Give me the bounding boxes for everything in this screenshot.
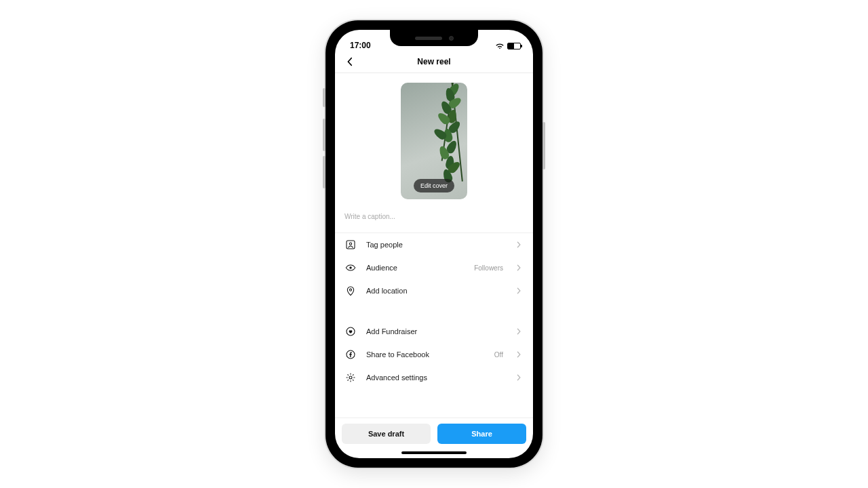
phone-frame: 17:00 New reel — [326, 20, 542, 468]
speaker-grille — [415, 37, 442, 40]
content-area: Edit cover Write a caption... Tag people — [335, 73, 533, 418]
row-share-to-facebook[interactable]: Share to Facebook Off — [335, 343, 533, 366]
heart-circle-icon — [344, 325, 357, 338]
row-label: Share to Facebook — [366, 350, 485, 359]
chevron-left-icon — [345, 57, 355, 66]
location-pin-icon — [344, 285, 357, 297]
row-label: Tag people — [366, 241, 506, 249]
chevron-right-icon — [515, 264, 524, 271]
person-tag-icon — [344, 239, 357, 251]
row-add-fundraiser[interactable]: Add Fundraiser — [335, 320, 533, 343]
svg-point-1 — [349, 243, 351, 245]
row-tag-people[interactable]: Tag people — [335, 233, 533, 256]
notch — [390, 30, 478, 46]
back-button[interactable] — [342, 54, 358, 70]
eye-icon — [344, 262, 357, 274]
row-value: Off — [494, 351, 503, 359]
edit-cover-button[interactable]: Edit cover — [414, 179, 454, 192]
svg-point-6 — [349, 376, 352, 379]
page-title: New reel — [417, 57, 450, 66]
chevron-right-icon — [515, 328, 524, 335]
svg-point-2 — [349, 266, 351, 268]
row-label: Add location — [366, 287, 506, 295]
chevron-right-icon — [515, 374, 524, 381]
home-indicator — [401, 451, 467, 454]
status-time: 17:00 — [350, 41, 371, 50]
nav-header: New reel — [335, 50, 533, 73]
row-audience[interactable]: Audience Followers — [335, 256, 533, 279]
row-value: Followers — [474, 264, 503, 272]
gear-icon — [344, 371, 357, 384]
wifi-icon — [495, 42, 505, 50]
caption-input[interactable]: Write a caption... — [335, 203, 533, 233]
chevron-right-icon — [515, 287, 524, 294]
row-add-location[interactable]: Add location — [335, 279, 533, 302]
share-button[interactable]: Share — [437, 424, 526, 444]
save-draft-button[interactable]: Save draft — [342, 424, 431, 444]
battery-icon — [507, 43, 521, 49]
volume-up-button — [323, 119, 326, 151]
front-camera — [449, 36, 454, 41]
chevron-right-icon — [515, 241, 524, 248]
row-advanced-settings[interactable]: Advanced settings — [335, 366, 533, 389]
screen: 17:00 New reel — [335, 30, 533, 458]
mute-switch — [323, 88, 326, 107]
caption-placeholder: Write a caption... — [344, 213, 395, 220]
svg-point-3 — [349, 289, 351, 291]
power-button — [542, 122, 545, 169]
chevron-right-icon — [515, 351, 524, 358]
row-label: Add Fundraiser — [366, 327, 506, 336]
row-label: Audience — [366, 264, 465, 272]
reel-cover-preview[interactable]: Edit cover — [401, 83, 467, 199]
facebook-icon — [344, 348, 357, 361]
row-label: Advanced settings — [366, 373, 506, 382]
volume-down-button — [323, 156, 326, 188]
